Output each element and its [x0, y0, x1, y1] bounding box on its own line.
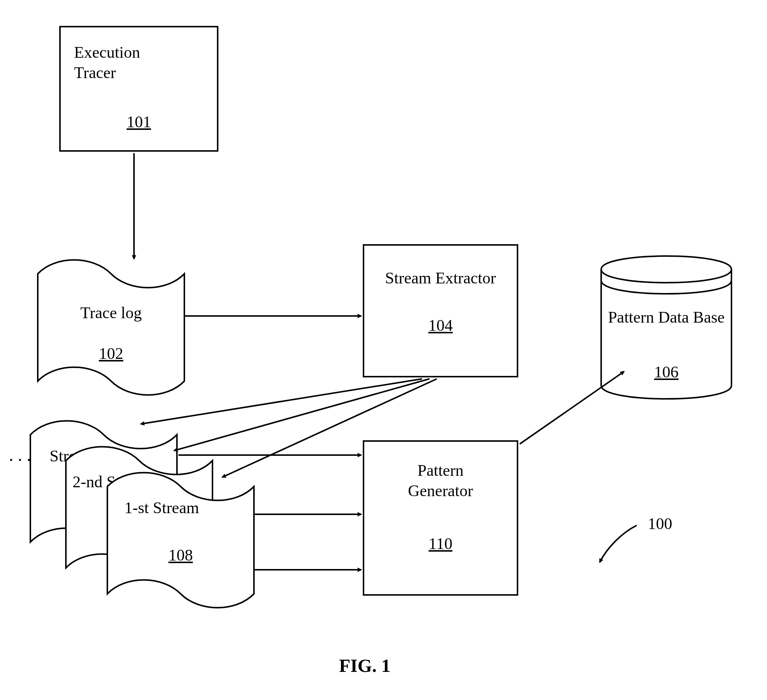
- arrows-layer: [0, 0, 767, 700]
- diagram-canvas: Execution Tracer 101 Trace log 102 Strea…: [0, 0, 767, 700]
- arrow-generator-to-db: [520, 371, 624, 444]
- arrow-extractor-to-stream-back: [141, 379, 422, 424]
- arrow-extractor-to-stream-mid: [174, 379, 430, 451]
- leader-overall-ref: [600, 525, 637, 562]
